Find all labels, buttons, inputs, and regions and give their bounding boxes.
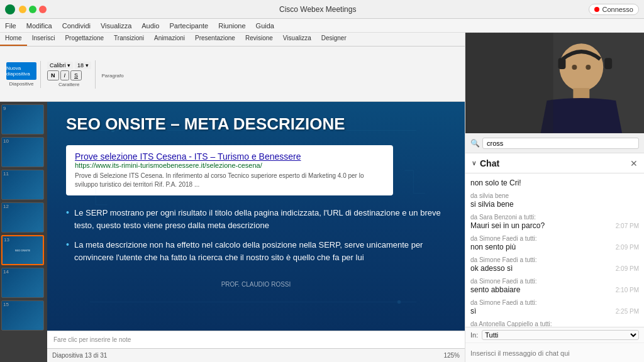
italic-btn[interactable]: I [60, 70, 70, 80]
right-panel: 🔍 ∨ Chat ✕ non solo te Cri! da silv [465, 33, 644, 362]
slide-notes[interactable]: Fare clic per inserire le note [47, 331, 465, 348]
msg-sender: da Sara Benzoni a tutti: [470, 214, 639, 221]
chevron-down-icon: ∨ [472, 160, 476, 167]
close-button[interactable] [39, 6, 47, 13]
slide-main: SEO ONSITE – META DESCRIZIONE Prove sele… [47, 102, 465, 362]
list-item: da Simone Faedi a tutti: non sento più 2… [470, 235, 639, 251]
slide-thumb-12[interactable]: 12 [1, 202, 44, 233]
slide-thumb-13[interactable]: 13 SEO ONSITE [1, 235, 44, 265]
msg-content: si silvia bene [470, 200, 514, 209]
slide-thumb-15[interactable]: 15 [1, 300, 44, 331]
zoom-info: 125% [443, 352, 460, 359]
msg-content: non solo te Cri! [470, 178, 521, 187]
msg-content: non sento più [470, 243, 516, 251]
svg-point-2 [111, 129, 114, 132]
ppt-ribbon: Home Inserisci Progettazione Transizioni… [0, 33, 465, 102]
menu-partecipante[interactable]: Partecipante [169, 22, 208, 30]
tab-revisione[interactable]: Revisione [240, 33, 278, 46]
search-input[interactable] [482, 138, 639, 149]
slides-panel: 9 10 11 12 13 SEO ONS [0, 102, 47, 362]
search-bar: 🔍 [465, 133, 644, 153]
msg-content: Mauri sei in un parco? [470, 221, 545, 230]
msg-sender: da Simone Faedi a tutti: [470, 299, 639, 306]
tab-designer[interactable]: Designer [316, 33, 352, 46]
slide-thumb-14[interactable]: 14 [1, 268, 44, 298]
slide-number: Diapositiva 13 di 31 [52, 352, 107, 359]
font-selector[interactable]: Calibri ▾ [47, 62, 73, 69]
ppt-ribbon-body: Nuova diapositiva Diapositive Calibri ▾ … [0, 47, 465, 102]
chat-panel: ∨ Chat ✕ non solo te Cri! da silvia bene… [465, 153, 644, 362]
to-label: In: [470, 331, 478, 339]
chat-footer: In: Tutti [465, 327, 644, 362]
chat-input-row [465, 343, 644, 362]
list-item: da Simone Faedi a tutti: ok adesso sì 2:… [470, 256, 639, 273]
ppt-area: Home Inserisci Progettazione Transizioni… [0, 33, 465, 362]
slide-thumb-11[interactable]: 11 [1, 170, 44, 200]
status-dot [594, 7, 599, 12]
msg-content: sento abbaiare [470, 285, 520, 294]
slide-status: Diapositiva 13 di 31 125% [47, 348, 465, 362]
tab-transizioni[interactable]: Transizioni [109, 33, 149, 46]
list-item: da Simone Faedi a tutti: sento abbaiare … [470, 278, 639, 294]
svg-point-3 [397, 300, 401, 304]
search-icon: 🔍 [470, 139, 480, 148]
person-placeholder [465, 33, 644, 133]
svg-rect-10 [604, 58, 612, 69]
to-select[interactable]: Tutti [482, 330, 639, 340]
list-item: da Simone Faedi a tutti: sì 2:25 PM [470, 299, 639, 315]
msg-sender: da Simone Faedi a tutti: [470, 256, 639, 263]
bold-btn[interactable]: N [47, 70, 59, 80]
svg-point-12 [586, 65, 591, 70]
msg-time: 2:09 PM [616, 244, 639, 251]
chat-title-label: Chat [480, 158, 499, 168]
tab-inserisci[interactable]: Inserisci [27, 33, 60, 46]
menu-condividi[interactable]: Condividi [62, 22, 91, 30]
window-title: Cisco Webex Meetings [47, 5, 589, 14]
notes-placeholder: Fare clic per inserire le note [53, 336, 131, 343]
connection-status: Connesso [589, 4, 639, 15]
menu-file[interactable]: File [5, 22, 16, 30]
msg-sender: da silvia bene [470, 192, 639, 199]
list-item: da Antonella Cappiello a tutti: Sì 2:25 … [470, 321, 639, 327]
msg-time: 2:07 PM [616, 222, 639, 229]
minimize-button[interactable] [19, 6, 26, 13]
menu-audio[interactable]: Audio [142, 22, 159, 30]
main-layout: Home Inserisci Progettazione Transizioni… [0, 33, 644, 362]
titlebar: Cisco Webex Meetings Connesso [0, 0, 644, 19]
menu-visualizza[interactable]: Visualizza [101, 22, 131, 30]
font-size[interactable]: 18 ▾ [75, 62, 91, 69]
svg-rect-9 [558, 58, 565, 69]
msg-sender: da Simone Faedi a tutti: [470, 235, 639, 242]
tab-home[interactable]: Home [0, 33, 27, 46]
tab-progettazione[interactable]: Progettazione [60, 33, 109, 46]
list-item: non solo te Cri! [470, 178, 639, 187]
msg-sender: da Antonella Cappiello a tutti: [470, 321, 639, 327]
video-area [465, 33, 644, 133]
person-svg [465, 33, 644, 133]
svg-rect-13 [465, 33, 553, 133]
list-item: da silvia bene si silvia bene [470, 192, 639, 209]
msg-sender: da Simone Faedi a tutti: [470, 278, 639, 285]
chat-input[interactable] [470, 349, 639, 357]
tab-presentazione[interactable]: Presentazione [190, 33, 240, 46]
underline-btn[interactable]: S [70, 70, 82, 80]
menu-riunione[interactable]: Riunione [218, 22, 245, 30]
msg-time: 2:25 PM [616, 308, 639, 315]
slide-thumb-9[interactable]: 9 [1, 104, 44, 134]
chat-to-row: In: Tutti [465, 327, 644, 343]
new-slide-btn[interactable]: Nuova diapositiva [6, 62, 36, 80]
menubar: File Modifica Condividi Visualizza Audio… [0, 19, 644, 33]
slide-thumb-10[interactable]: 10 [1, 137, 44, 167]
app-icon [5, 4, 15, 14]
chat-messages: non solo te Cri! da silvia bene si silvi… [465, 173, 644, 327]
msg-content: ok adesso sì [470, 264, 513, 273]
window-controls [19, 6, 47, 13]
msg-time: 2:09 PM [616, 265, 639, 272]
tab-animazioni[interactable]: Animazioni [149, 33, 190, 46]
tab-visualizza[interactable]: Visualizza [278, 33, 316, 46]
menu-modifica[interactable]: Modifica [26, 22, 52, 30]
close-chat-button[interactable]: ✕ [630, 158, 638, 168]
menu-guida[interactable]: Guida [256, 22, 274, 30]
maximize-button[interactable] [29, 6, 36, 13]
slide-canvas: SEO ONSITE – META DESCRIZIONE Prove sele… [47, 102, 465, 331]
